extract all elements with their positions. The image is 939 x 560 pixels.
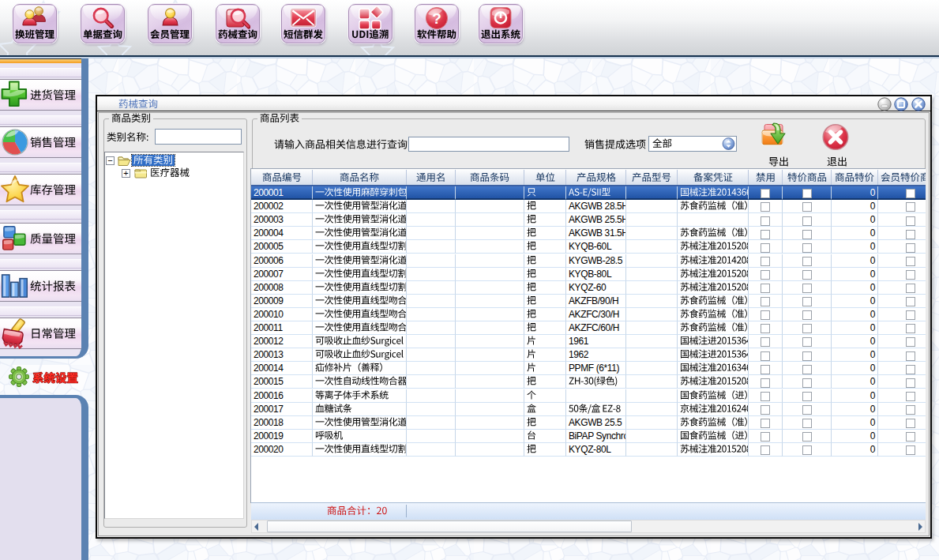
svg-text:?: ? [432, 10, 441, 27]
